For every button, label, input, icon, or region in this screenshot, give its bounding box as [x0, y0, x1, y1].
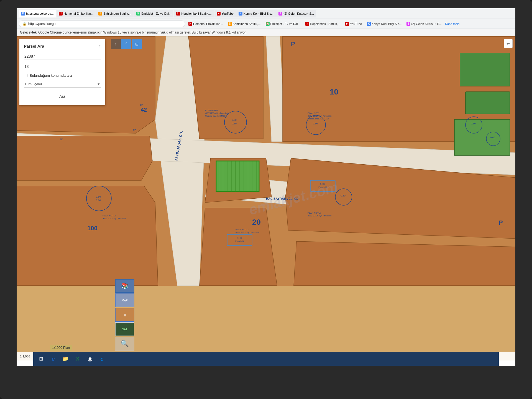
tab-youtube[interactable]: ▶ YouTube — [214, 10, 236, 17]
parcel-number-field — [24, 53, 101, 60]
svg-marker-11 — [17, 186, 158, 286]
navigation-icon-button[interactable]: ↑ — [111, 39, 121, 49]
svg-text:Parcelizlik: Parcelizlik — [318, 186, 327, 188]
bookmark-favicon-instagram: I — [406, 22, 410, 26]
layer-satellite-thumbnail[interactable]: SAT — [115, 322, 134, 336]
panel-title: Parsel Ara — [24, 44, 44, 48]
edge-button[interactable]: e — [96, 353, 108, 364]
bookmark-label-hemenal: Hemenal Emlak İlan... — [193, 22, 223, 25]
svg-text:-KDV  MZOn  İllyn  Parcelizlık: -KDV MZOn İllyn Parcelizlık — [308, 214, 332, 217]
search-button[interactable]: Ara — [24, 92, 101, 101]
bookmark-favicon-emlakjet: 🏠 — [266, 22, 270, 26]
svg-text:-KDV  MZOn  İllyn  Parcelizlık: -KDV MZOn İllyn Parcelizlık — [236, 231, 260, 234]
svg-rect-15 — [466, 92, 510, 114]
chrome-button[interactable]: ◉ — [84, 353, 95, 364]
bookmark-favicon-konyakent: K — [367, 22, 371, 26]
layer-map-thumbnail-2[interactable]: ▦ — [115, 308, 134, 322]
svg-text:0.50: 0.50 — [341, 194, 346, 197]
tab-favicon-parselsorgu: P — [21, 12, 25, 16]
bookmark-label-konyakent: Konya Kent Bilgi Sis... — [372, 22, 401, 25]
svg-marker-8 — [17, 136, 152, 180]
tab-sahibinden[interactable]: S Sahibinden Satılık,... — [96, 10, 134, 17]
tab-label-hemenal: Hemenal Emlak İlan... — [64, 12, 94, 15]
address-box[interactable]: 🔒 https://parselsorgu... — [19, 21, 185, 27]
bookmark-hepsiemlak[interactable]: 🔺 Hepsiemlak | Satılık,... — [304, 21, 342, 26]
bookmark-sahibinden[interactable]: S Sahibinden Satılık,... — [226, 21, 262, 26]
parcel-sub-input[interactable] — [24, 63, 101, 70]
magnifier-icon-button[interactable]: 🔍 — [115, 337, 134, 351]
tab-favicon-hepsiemlak: H — [176, 12, 180, 16]
svg-rect-17 — [216, 161, 259, 191]
browser-tab-bar: P https://parselsorgu... H Hemenal Emlak… — [17, 8, 515, 19]
folder-button[interactable]: 📁 — [60, 353, 71, 364]
svg-text:42: 42 — [141, 107, 147, 113]
zoom-up-button[interactable]: ^ — [121, 39, 131, 49]
address-text: https://parselsorgu... — [28, 22, 58, 26]
monitor-bezel: P https://parselsorgu... H Hemenal Emlak… — [0, 0, 532, 399]
address-bar-row: 🔒 https://parselsorgu... H Hemenal Emlak… — [17, 19, 515, 29]
svg-text:0.50: 0.50 — [471, 122, 476, 125]
chrome-icon: ◉ — [88, 355, 92, 362]
tab-favicon-youtube: ▶ — [217, 12, 221, 16]
parcel-number-input[interactable] — [24, 53, 101, 60]
layer-books-icon[interactable]: 📚 — [115, 279, 134, 293]
bookmark-favicon-hemenal: H — [188, 22, 192, 26]
grid-view-button[interactable]: ⊞ — [132, 39, 142, 49]
layer-map-thumbnail-1[interactable]: MAP — [115, 293, 134, 307]
bookmark-links: H Hemenal Emlak İlan... S Sahibinden Sat… — [187, 21, 513, 26]
svg-text:10: 10 — [330, 88, 338, 96]
svg-text:PLAN  NOTU:: PLAN NOTU: — [205, 109, 218, 112]
bookmark-label-youtube: YouTube — [350, 22, 362, 25]
panel-header: Parsel Ara ↑ — [24, 44, 101, 48]
svg-marker-6 — [188, 36, 263, 139]
bookmark-hemenal[interactable]: H Hemenal Emlak İlan... — [187, 21, 225, 26]
bookmark-instagram[interactable]: I (2) Gelen Kutusu • S... — [405, 21, 443, 26]
monitor-screen: P https://parselsorgu... H Hemenal Emlak… — [17, 8, 515, 366]
bookmark-label-hepsiemlak: Hepsiemlak | Satılık,... — [310, 22, 340, 25]
tab-label-konyakent: Konya Kent Bilgi Sis... — [244, 12, 273, 15]
tab-label-emlakjet: Emlakjet - Ev ve Dai... — [141, 12, 171, 15]
tab-hepsiemlak[interactable]: H Hepsiemlak | Satılık,... — [174, 10, 214, 17]
excel-button[interactable]: X — [72, 353, 83, 364]
more-bookmarks-link[interactable]: Daha fazla — [445, 22, 460, 25]
tab-hemenal[interactable]: H Hemenal Emlak İlan... — [57, 10, 96, 17]
layer-switcher: 📚 MAP ▦ SAT 🔍 — [115, 279, 134, 351]
bookmark-emlakjet[interactable]: 🏠 Emlakjet - Ev ve Dai... — [264, 21, 302, 26]
tab-label-youtube: YouTube — [222, 12, 234, 15]
tab-instagram[interactable]: I (2) Gelen Kutusu • S... — [276, 10, 316, 17]
start-button[interactable]: ⊞ — [35, 353, 47, 364]
location-checkbox[interactable] — [24, 74, 27, 77]
svg-text:0.50: 0.50 — [96, 195, 101, 198]
svg-text:Konut: Konut — [320, 183, 325, 185]
tab-emlakjet[interactable]: E Emlakjet - Ev ve Dai... — [134, 10, 173, 17]
map-container[interactable]: ALTINBAŞAK CD. HACIBAYRAMVELİ CD. 10 20 … — [17, 36, 515, 360]
svg-marker-13 — [294, 241, 515, 286]
bookmark-favicon-youtube: ▶ — [345, 22, 349, 26]
chevron-down-icon: ▼ — [97, 82, 100, 86]
back-icon-button[interactable]: ↩ — [504, 39, 513, 48]
svg-text:5H: 5H — [140, 103, 143, 106]
browser-tabs-container: P https://parselsorgu... H Hemenal Emlak… — [19, 10, 513, 17]
svg-text:-KDV  MZOn  İllyn  Parcelizlık: -KDV MZOn İllyn Parcelizlık — [103, 217, 127, 220]
svg-text:20: 20 — [252, 218, 261, 226]
svg-text:5H: 5H — [133, 128, 136, 131]
district-dropdown[interactable]: Tüm İlçeler ▼ — [24, 81, 101, 88]
panel-nav-icon[interactable]: ↑ — [99, 44, 101, 48]
tab-favicon-emlakjet: E — [136, 12, 140, 16]
svg-text:HACIBAYRAMVELİ CD.: HACIBAYRAMVELİ CD. — [266, 197, 300, 200]
location-checkbox-label: Bulunduğum konumda ara — [30, 73, 72, 78]
tab-label-parselsorgu: https://parselsorgu... — [26, 12, 54, 15]
tab-label-sahibinden: Sahibinden Satılık,... — [103, 12, 131, 15]
bookmark-youtube[interactable]: ▶ YouTube — [344, 21, 364, 26]
tab-label-instagram: (2) Gelen Kutusu • S... — [283, 12, 314, 15]
tab-label-hepsiemlak: Hepsiemlak | Satılık,... — [181, 12, 211, 15]
svg-text:Maksim.  maz. k20  MZOn: Maksim. maz. k20 MZOn — [205, 115, 227, 117]
ie-button[interactable]: e — [48, 353, 59, 364]
side-toolbar: ↩ — [504, 39, 513, 48]
tab-konyakent[interactable]: K Konya Kent Bilgi Sis... — [236, 10, 276, 17]
windows-icon: ⊞ — [39, 356, 43, 362]
bookmark-konyakent[interactable]: K Konya Kent Bilgi Sis... — [365, 21, 403, 26]
svg-text:Konut: Konut — [237, 237, 242, 239]
tab-parselsorgu[interactable]: P https://parselsorgu... — [19, 10, 56, 17]
tab-favicon-hemenal: H — [59, 12, 63, 16]
